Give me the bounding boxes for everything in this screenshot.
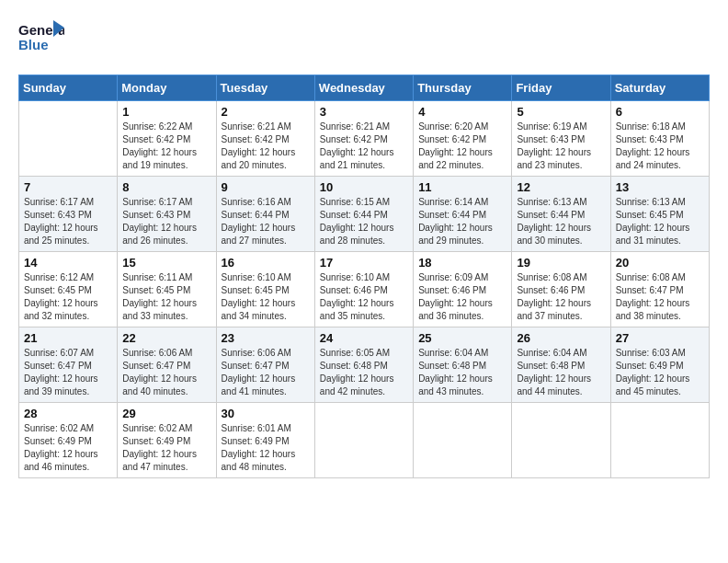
day-info: Sunrise: 6:05 AM Sunset: 6:48 PM Dayligh… <box>320 347 408 398</box>
day-number: 14 <box>24 256 112 270</box>
calendar-cell: 13Sunrise: 6:13 AM Sunset: 6:45 PM Dayli… <box>610 177 709 252</box>
calendar-cell: 23Sunrise: 6:06 AM Sunset: 6:47 PM Dayli… <box>216 327 314 403</box>
logo: GeneralBlue <box>18 18 64 60</box>
calendar-table: SundayMondayTuesdayWednesdayThursdayFrid… <box>18 75 710 478</box>
day-number: 22 <box>122 331 210 345</box>
weekday-header-saturday: Saturday <box>610 75 709 101</box>
weekday-header-monday: Monday <box>118 75 216 101</box>
calendar-week-3: 14Sunrise: 6:12 AM Sunset: 6:45 PM Dayli… <box>19 252 710 327</box>
day-number: 18 <box>418 256 506 270</box>
calendar-cell: 12Sunrise: 6:13 AM Sunset: 6:44 PM Dayli… <box>512 177 610 252</box>
day-info: Sunrise: 6:03 AM Sunset: 6:49 PM Dayligh… <box>616 347 704 398</box>
day-number: 13 <box>616 180 704 194</box>
calendar-cell: 27Sunrise: 6:03 AM Sunset: 6:49 PM Dayli… <box>610 327 709 403</box>
day-number: 19 <box>517 256 605 270</box>
day-info: Sunrise: 6:20 AM Sunset: 6:42 PM Dayligh… <box>418 121 506 172</box>
calendar-week-2: 7Sunrise: 6:17 AM Sunset: 6:43 PM Daylig… <box>19 177 710 252</box>
day-info: Sunrise: 6:21 AM Sunset: 6:42 PM Dayligh… <box>222 121 310 172</box>
calendar-cell: 8Sunrise: 6:17 AM Sunset: 6:43 PM Daylig… <box>118 177 216 252</box>
calendar-cell: 6Sunrise: 6:18 AM Sunset: 6:43 PM Daylig… <box>610 101 709 177</box>
day-number: 12 <box>517 180 605 194</box>
day-number: 16 <box>222 256 310 270</box>
day-number: 8 <box>122 180 210 194</box>
calendar-cell <box>314 403 413 478</box>
weekday-header-wednesday: Wednesday <box>314 75 413 101</box>
calendar-cell: 4Sunrise: 6:20 AM Sunset: 6:42 PM Daylig… <box>414 101 512 177</box>
day-info: Sunrise: 6:11 AM Sunset: 6:45 PM Dayligh… <box>122 271 210 323</box>
day-number: 26 <box>517 331 605 345</box>
calendar-cell: 5Sunrise: 6:19 AM Sunset: 6:43 PM Daylig… <box>512 101 610 177</box>
calendar-cell: 17Sunrise: 6:10 AM Sunset: 6:46 PM Dayli… <box>314 252 413 327</box>
day-info: Sunrise: 6:01 AM Sunset: 6:49 PM Dayligh… <box>222 422 310 474</box>
calendar-cell: 19Sunrise: 6:08 AM Sunset: 6:46 PM Dayli… <box>512 252 610 327</box>
day-info: Sunrise: 6:07 AM Sunset: 6:47 PM Dayligh… <box>24 347 112 398</box>
day-info: Sunrise: 6:15 AM Sunset: 6:44 PM Dayligh… <box>320 196 408 247</box>
day-number: 29 <box>122 407 210 420</box>
day-number: 6 <box>616 105 704 119</box>
day-info: Sunrise: 6:06 AM Sunset: 6:47 PM Dayligh… <box>122 347 210 398</box>
calendar-cell: 22Sunrise: 6:06 AM Sunset: 6:47 PM Dayli… <box>118 327 216 403</box>
day-number: 23 <box>222 331 310 345</box>
calendar-cell <box>512 403 610 478</box>
day-info: Sunrise: 6:22 AM Sunset: 6:42 PM Dayligh… <box>122 121 210 172</box>
weekday-header-row: SundayMondayTuesdayWednesdayThursdayFrid… <box>19 75 710 101</box>
day-number: 4 <box>418 105 506 119</box>
day-number: 30 <box>222 407 310 420</box>
svg-text:Blue: Blue <box>18 37 49 52</box>
day-info: Sunrise: 6:17 AM Sunset: 6:43 PM Dayligh… <box>122 196 210 247</box>
day-number: 10 <box>320 180 408 194</box>
weekday-header-thursday: Thursday <box>414 75 512 101</box>
calendar-cell: 21Sunrise: 6:07 AM Sunset: 6:47 PM Dayli… <box>19 327 118 403</box>
calendar-cell: 24Sunrise: 6:05 AM Sunset: 6:48 PM Dayli… <box>314 327 413 403</box>
calendar-cell: 30Sunrise: 6:01 AM Sunset: 6:49 PM Dayli… <box>216 403 314 478</box>
calendar-cell: 25Sunrise: 6:04 AM Sunset: 6:48 PM Dayli… <box>414 327 512 403</box>
calendar-cell: 1Sunrise: 6:22 AM Sunset: 6:42 PM Daylig… <box>118 101 216 177</box>
day-number: 7 <box>24 180 112 194</box>
calendar-cell: 7Sunrise: 6:17 AM Sunset: 6:43 PM Daylig… <box>19 177 118 252</box>
day-info: Sunrise: 6:19 AM Sunset: 6:43 PM Dayligh… <box>517 121 605 172</box>
day-info: Sunrise: 6:12 AM Sunset: 6:45 PM Dayligh… <box>24 271 112 323</box>
day-info: Sunrise: 6:06 AM Sunset: 6:47 PM Dayligh… <box>222 347 310 398</box>
day-number: 9 <box>222 180 310 194</box>
calendar-cell: 20Sunrise: 6:08 AM Sunset: 6:47 PM Dayli… <box>610 252 709 327</box>
day-info: Sunrise: 6:21 AM Sunset: 6:42 PM Dayligh… <box>320 121 408 172</box>
day-info: Sunrise: 6:13 AM Sunset: 6:45 PM Dayligh… <box>616 196 704 247</box>
day-number: 25 <box>418 331 506 345</box>
day-number: 15 <box>122 256 210 270</box>
calendar-cell: 16Sunrise: 6:10 AM Sunset: 6:45 PM Dayli… <box>216 252 314 327</box>
day-info: Sunrise: 6:04 AM Sunset: 6:48 PM Dayligh… <box>418 347 506 398</box>
calendar-cell: 2Sunrise: 6:21 AM Sunset: 6:42 PM Daylig… <box>216 101 314 177</box>
calendar-cell: 26Sunrise: 6:04 AM Sunset: 6:48 PM Dayli… <box>512 327 610 403</box>
weekday-header-sunday: Sunday <box>19 75 118 101</box>
calendar-cell: 10Sunrise: 6:15 AM Sunset: 6:44 PM Dayli… <box>314 177 413 252</box>
calendar-week-5: 28Sunrise: 6:02 AM Sunset: 6:49 PM Dayli… <box>19 403 710 478</box>
day-number: 27 <box>616 331 704 345</box>
day-info: Sunrise: 6:02 AM Sunset: 6:49 PM Dayligh… <box>24 422 112 474</box>
day-info: Sunrise: 6:18 AM Sunset: 6:43 PM Dayligh… <box>616 121 704 172</box>
day-number: 1 <box>122 105 210 119</box>
day-info: Sunrise: 6:14 AM Sunset: 6:44 PM Dayligh… <box>418 196 506 247</box>
day-info: Sunrise: 6:10 AM Sunset: 6:45 PM Dayligh… <box>222 271 310 323</box>
logo-svg: GeneralBlue <box>18 18 64 60</box>
calendar-cell: 28Sunrise: 6:02 AM Sunset: 6:49 PM Dayli… <box>19 403 118 478</box>
day-number: 17 <box>320 256 408 270</box>
day-info: Sunrise: 6:10 AM Sunset: 6:46 PM Dayligh… <box>320 271 408 323</box>
day-info: Sunrise: 6:16 AM Sunset: 6:44 PM Dayligh… <box>222 196 310 247</box>
calendar-body: 1Sunrise: 6:22 AM Sunset: 6:42 PM Daylig… <box>19 101 710 478</box>
day-info: Sunrise: 6:08 AM Sunset: 6:46 PM Dayligh… <box>517 271 605 323</box>
day-number: 24 <box>320 331 408 345</box>
day-info: Sunrise: 6:09 AM Sunset: 6:46 PM Dayligh… <box>418 271 506 323</box>
day-number: 21 <box>24 331 112 345</box>
day-number: 5 <box>517 105 605 119</box>
day-info: Sunrise: 6:02 AM Sunset: 6:49 PM Dayligh… <box>122 422 210 474</box>
day-info: Sunrise: 6:08 AM Sunset: 6:47 PM Dayligh… <box>616 271 704 323</box>
calendar-cell: 11Sunrise: 6:14 AM Sunset: 6:44 PM Dayli… <box>414 177 512 252</box>
day-number: 20 <box>616 256 704 270</box>
calendar-cell: 14Sunrise: 6:12 AM Sunset: 6:45 PM Dayli… <box>19 252 118 327</box>
day-number: 3 <box>320 105 408 119</box>
day-info: Sunrise: 6:17 AM Sunset: 6:43 PM Dayligh… <box>24 196 112 247</box>
calendar-header: SundayMondayTuesdayWednesdayThursdayFrid… <box>19 75 710 101</box>
calendar-cell: 18Sunrise: 6:09 AM Sunset: 6:46 PM Dayli… <box>414 252 512 327</box>
calendar-cell <box>414 403 512 478</box>
calendar-cell: 29Sunrise: 6:02 AM Sunset: 6:49 PM Dayli… <box>118 403 216 478</box>
